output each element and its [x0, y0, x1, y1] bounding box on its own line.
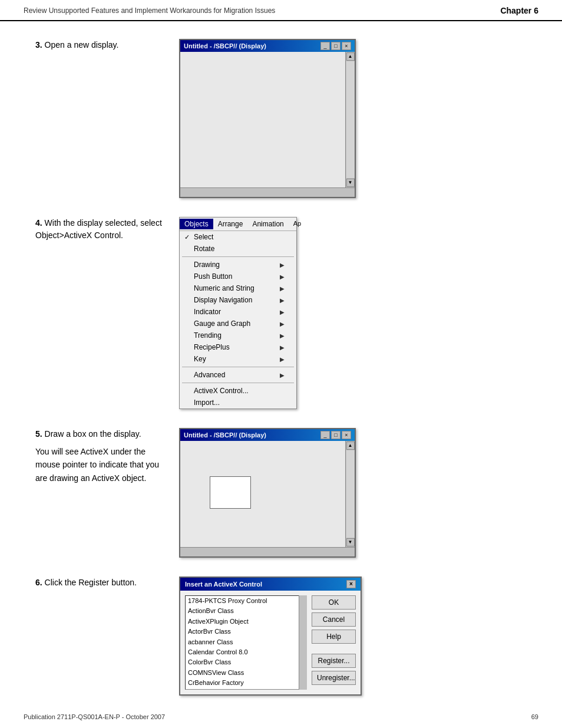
- menu-arrow-numeric: ▶: [280, 285, 285, 292]
- step-4-menu-bar: Objects Arrange Animation Ap: [180, 218, 296, 231]
- step-5-scroll-down[interactable]: ▼: [346, 538, 355, 546]
- step-5-scroll-up[interactable]: ▲: [346, 442, 355, 450]
- menu-item-import-label: Import...: [194, 398, 220, 407]
- menu-item-advanced[interactable]: Advanced ▶: [180, 369, 296, 381]
- step-6-unregister-button[interactable]: Unregister...: [312, 671, 356, 685]
- step-6-image: Insert an ActiveX Control × 1784-PKTCS P…: [179, 577, 538, 696]
- menu-item-recipeplus[interactable]: RecipePlus ▶: [180, 341, 296, 353]
- step-3-text: 3. Open a new display.: [35, 39, 165, 51]
- step-6-list-scrollbar[interactable]: [299, 595, 307, 690]
- step-4-text: 4. With the display selected, select Obj…: [35, 217, 165, 242]
- menu-item-numeric[interactable]: Numeric and String ▶: [180, 282, 296, 294]
- step-5-close-btn[interactable]: ×: [342, 431, 351, 439]
- step-6-register-button[interactable]: Register...: [312, 654, 356, 668]
- menu-bar-arrange[interactable]: Arrange: [213, 219, 248, 229]
- menu-arrow-recipeplus: ▶: [280, 344, 285, 351]
- step-5-left: 5. Draw a box on the display. You will s…: [35, 428, 165, 558]
- page-footer: Publication 2711P-QS001A-EN-P - October …: [0, 713, 562, 720]
- step-3-window: Untitled - /SBCP// (Display) _ □ × ▲ ▼: [179, 39, 356, 198]
- menu-item-drawing[interactable]: Drawing ▶: [180, 259, 296, 271]
- menu-item-numeric-label: Numeric and String: [194, 284, 254, 292]
- step-6-dialog-buttons: OK Cancel Help Register... Unregister...: [312, 595, 356, 690]
- menu-bar-animation[interactable]: Animation: [247, 219, 288, 229]
- step-3-number: 3.: [35, 40, 42, 50]
- menu-item-key[interactable]: Key ▶: [180, 353, 296, 365]
- step-3-win-controls: _ □ ×: [320, 42, 351, 50]
- step-6-help-button[interactable]: Help: [312, 630, 356, 644]
- step-6-ok-button[interactable]: OK: [312, 595, 356, 610]
- menu-arrow-drawing: ▶: [280, 262, 285, 268]
- step-6-dialog-close[interactable]: ×: [346, 580, 356, 588]
- menu-item-activex[interactable]: ActiveX Control...: [180, 385, 296, 397]
- step-3-scrollbar-bottom[interactable]: [180, 187, 355, 197]
- step-6-text: 6. Click the Register button.: [35, 577, 165, 589]
- list-item-actorbvr[interactable]: ActorBvr Class: [186, 627, 298, 637]
- list-item-acbanner[interactable]: acbanner Class: [186, 637, 298, 647]
- step-5-sub-text: You will see ActiveX under the mouse poi…: [35, 445, 165, 485]
- step-5-titlebar: Untitled - /SBCP// (Display) _ □ ×: [180, 429, 355, 441]
- step-3-scroll-up[interactable]: ▲: [346, 52, 355, 61]
- menu-bar-ap[interactable]: Ap: [289, 219, 306, 229]
- list-item-comnsview[interactable]: COMNSView Class: [186, 668, 298, 678]
- menu-item-drawing-label: Drawing: [194, 261, 220, 269]
- list-item-1784[interactable]: 1784-PKTCS Proxy Control: [186, 596, 298, 606]
- list-item-calendar[interactable]: Calendar Control 8.0: [186, 647, 298, 657]
- list-item-crbehavior[interactable]: CrBehavior Factory: [186, 678, 298, 688]
- step-6-row: 6. Click the Register button. Insert an …: [35, 577, 538, 696]
- step-5-header: 5. Draw a box on the display.: [35, 428, 165, 440]
- menu-item-select[interactable]: Select: [180, 231, 296, 243]
- menu-item-key-label: Key: [194, 355, 206, 363]
- step-5-window-title: Untitled - /SBCP// (Display): [184, 431, 266, 439]
- step-3-scrollbar-right[interactable]: ▲ ▼: [345, 52, 355, 187]
- menu-item-display-nav[interactable]: Display Navigation ▶: [180, 294, 296, 306]
- menu-arrow-display-nav: ▶: [280, 297, 285, 304]
- step-6-cancel-button[interactable]: Cancel: [312, 612, 356, 627]
- step-6-number: 6.: [35, 578, 42, 587]
- menu-item-import[interactable]: Import...: [180, 397, 296, 409]
- menu-bar-objects[interactable]: Objects: [180, 219, 213, 229]
- menu-item-recipeplus-label: RecipePlus: [194, 343, 230, 351]
- list-item-actionbvr[interactable]: ActionBvr Class: [186, 606, 298, 616]
- list-item-ctreeview[interactable]: CTreeView Control: [186, 689, 298, 690]
- list-item-activexplugin[interactable]: ActiveXPlugin Object: [186, 617, 298, 627]
- menu-item-advanced-label: Advanced: [194, 371, 225, 379]
- step-4-row: 4. With the display selected, select Obj…: [35, 217, 538, 409]
- step-3-minimize-btn[interactable]: _: [320, 42, 330, 50]
- step-4-context-menu: Objects Arrange Animation Ap Select Rota…: [179, 217, 297, 409]
- list-item-colorbvr[interactable]: ColorBvr Class: [186, 657, 298, 667]
- step-5-win-body: ▲ ▼: [180, 441, 355, 547]
- menu-arrow-key: ▶: [280, 356, 285, 363]
- step-3-scroll-down[interactable]: ▼: [346, 179, 355, 187]
- step-5-scrollbar-bottom[interactable]: [180, 547, 355, 556]
- header-chapter: Chapter 6: [500, 6, 538, 15]
- page-header: Review Unsupported Features and Implemen…: [0, 0, 562, 21]
- menu-arrow-advanced: ▶: [280, 372, 285, 378]
- step-6-activex-list[interactable]: 1784-PKTCS Proxy Control ActionBvr Class…: [185, 595, 307, 690]
- header-title: Review Unsupported Features and Implemen…: [24, 6, 275, 15]
- step-3-restore-btn[interactable]: □: [331, 42, 340, 50]
- step-6-dialog: Insert an ActiveX Control × 1784-PKTCS P…: [179, 577, 362, 696]
- step-5-minimize-btn[interactable]: _: [320, 431, 330, 439]
- menu-item-rotate[interactable]: Rotate: [180, 243, 296, 255]
- step-3-window-title: Untitled - /SBCP// (Display): [184, 42, 266, 50]
- menu-item-trending-label: Trending: [194, 331, 222, 340]
- step-3-close-btn[interactable]: ×: [342, 42, 351, 50]
- menu-item-gauge-label: Gauge and Graph: [194, 319, 250, 328]
- step-6-desc: Click the Register button.: [45, 578, 137, 587]
- step-5-row: 5. Draw a box on the display. You will s…: [35, 428, 538, 558]
- step-3-titlebar: Untitled - /SBCP// (Display) _ □ ×: [180, 40, 355, 52]
- menu-item-trending[interactable]: Trending ▶: [180, 330, 296, 341]
- menu-divider-1: [182, 256, 294, 257]
- menu-item-push-button[interactable]: Push Button ▶: [180, 271, 296, 282]
- step-5-restore-btn[interactable]: □: [331, 431, 340, 439]
- menu-item-indicator[interactable]: Indicator ▶: [180, 306, 296, 318]
- step-6-dialog-title: Insert an ActiveX Control: [185, 581, 262, 588]
- menu-arrow-indicator: ▶: [280, 309, 285, 315]
- menu-item-push-button-label: Push Button: [194, 272, 232, 281]
- menu-item-indicator-label: Indicator: [194, 308, 221, 316]
- step-5-number: 5.: [35, 429, 42, 439]
- step-4-desc: With the display selected, select Object…: [35, 218, 162, 240]
- step-5-scrollbar-right[interactable]: ▲ ▼: [345, 441, 355, 547]
- menu-item-gauge[interactable]: Gauge and Graph ▶: [180, 318, 296, 330]
- step-4-number: 4.: [35, 218, 42, 228]
